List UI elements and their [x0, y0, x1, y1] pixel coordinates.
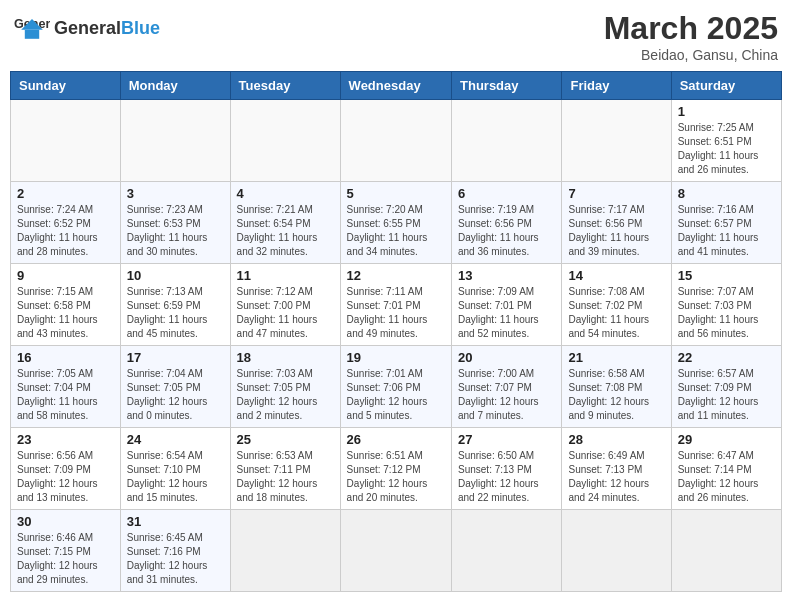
location: Beidao, Gansu, China — [604, 47, 778, 63]
month-title: March 2025 — [604, 10, 778, 47]
day-number: 30 — [17, 514, 114, 529]
calendar: SundayMondayTuesdayWednesdayThursdayFrid… — [10, 71, 782, 592]
calendar-cell — [452, 100, 562, 182]
calendar-cell: 26Sunrise: 6:51 AMSunset: 7:12 PMDayligh… — [340, 428, 451, 510]
calendar-cell — [230, 100, 340, 182]
calendar-cell: 28Sunrise: 6:49 AMSunset: 7:13 PMDayligh… — [562, 428, 671, 510]
day-number: 15 — [678, 268, 775, 283]
day-number: 3 — [127, 186, 224, 201]
calendar-cell — [340, 100, 451, 182]
calendar-cell: 2Sunrise: 7:24 AMSunset: 6:52 PMDaylight… — [11, 182, 121, 264]
calendar-week-row: 2Sunrise: 7:24 AMSunset: 6:52 PMDaylight… — [11, 182, 782, 264]
calendar-cell: 7Sunrise: 7:17 AMSunset: 6:56 PMDaylight… — [562, 182, 671, 264]
header: General GeneralBlue March 2025 Beidao, G… — [10, 10, 782, 63]
day-number: 11 — [237, 268, 334, 283]
day-info: Sunrise: 7:12 AMSunset: 7:00 PMDaylight:… — [237, 285, 334, 341]
day-number: 28 — [568, 432, 664, 447]
calendar-cell: 13Sunrise: 7:09 AMSunset: 7:01 PMDayligh… — [452, 264, 562, 346]
day-info: Sunrise: 7:04 AMSunset: 7:05 PMDaylight:… — [127, 367, 224, 423]
col-header-saturday: Saturday — [671, 72, 781, 100]
day-info: Sunrise: 6:45 AMSunset: 7:16 PMDaylight:… — [127, 531, 224, 587]
day-info: Sunrise: 7:24 AMSunset: 6:52 PMDaylight:… — [17, 203, 114, 259]
day-number: 8 — [678, 186, 775, 201]
day-info: Sunrise: 7:08 AMSunset: 7:02 PMDaylight:… — [568, 285, 664, 341]
day-info: Sunrise: 6:46 AMSunset: 7:15 PMDaylight:… — [17, 531, 114, 587]
calendar-cell: 1Sunrise: 7:25 AMSunset: 6:51 PMDaylight… — [671, 100, 781, 182]
calendar-header-row: SundayMondayTuesdayWednesdayThursdayFrid… — [11, 72, 782, 100]
calendar-week-row: 9Sunrise: 7:15 AMSunset: 6:58 PMDaylight… — [11, 264, 782, 346]
calendar-cell: 10Sunrise: 7:13 AMSunset: 6:59 PMDayligh… — [120, 264, 230, 346]
calendar-cell: 3Sunrise: 7:23 AMSunset: 6:53 PMDaylight… — [120, 182, 230, 264]
day-info: Sunrise: 7:25 AMSunset: 6:51 PMDaylight:… — [678, 121, 775, 177]
day-number: 20 — [458, 350, 555, 365]
calendar-cell — [562, 510, 671, 592]
calendar-cell — [120, 100, 230, 182]
day-number: 29 — [678, 432, 775, 447]
col-header-tuesday: Tuesday — [230, 72, 340, 100]
day-info: Sunrise: 7:13 AMSunset: 6:59 PMDaylight:… — [127, 285, 224, 341]
day-number: 23 — [17, 432, 114, 447]
day-info: Sunrise: 6:51 AMSunset: 7:12 PMDaylight:… — [347, 449, 445, 505]
calendar-cell: 4Sunrise: 7:21 AMSunset: 6:54 PMDaylight… — [230, 182, 340, 264]
day-info: Sunrise: 6:53 AMSunset: 7:11 PMDaylight:… — [237, 449, 334, 505]
day-info: Sunrise: 6:58 AMSunset: 7:08 PMDaylight:… — [568, 367, 664, 423]
col-header-monday: Monday — [120, 72, 230, 100]
day-info: Sunrise: 6:57 AMSunset: 7:09 PMDaylight:… — [678, 367, 775, 423]
day-info: Sunrise: 7:23 AMSunset: 6:53 PMDaylight:… — [127, 203, 224, 259]
day-info: Sunrise: 7:11 AMSunset: 7:01 PMDaylight:… — [347, 285, 445, 341]
calendar-cell — [230, 510, 340, 592]
calendar-cell: 30Sunrise: 6:46 AMSunset: 7:15 PMDayligh… — [11, 510, 121, 592]
day-number: 4 — [237, 186, 334, 201]
day-number: 18 — [237, 350, 334, 365]
col-header-sunday: Sunday — [11, 72, 121, 100]
calendar-cell: 16Sunrise: 7:05 AMSunset: 7:04 PMDayligh… — [11, 346, 121, 428]
day-number: 27 — [458, 432, 555, 447]
calendar-week-row: 1Sunrise: 7:25 AMSunset: 6:51 PMDaylight… — [11, 100, 782, 182]
calendar-cell: 23Sunrise: 6:56 AMSunset: 7:09 PMDayligh… — [11, 428, 121, 510]
day-number: 26 — [347, 432, 445, 447]
calendar-cell: 6Sunrise: 7:19 AMSunset: 6:56 PMDaylight… — [452, 182, 562, 264]
day-info: Sunrise: 7:15 AMSunset: 6:58 PMDaylight:… — [17, 285, 114, 341]
calendar-cell — [452, 510, 562, 592]
day-info: Sunrise: 7:09 AMSunset: 7:01 PMDaylight:… — [458, 285, 555, 341]
col-header-wednesday: Wednesday — [340, 72, 451, 100]
day-info: Sunrise: 6:47 AMSunset: 7:14 PMDaylight:… — [678, 449, 775, 505]
calendar-cell: 24Sunrise: 6:54 AMSunset: 7:10 PMDayligh… — [120, 428, 230, 510]
logo-text: GeneralBlue — [54, 18, 160, 39]
calendar-cell: 11Sunrise: 7:12 AMSunset: 7:00 PMDayligh… — [230, 264, 340, 346]
day-number: 13 — [458, 268, 555, 283]
svg-rect-2 — [25, 30, 39, 39]
day-info: Sunrise: 6:49 AMSunset: 7:13 PMDaylight:… — [568, 449, 664, 505]
day-number: 10 — [127, 268, 224, 283]
day-info: Sunrise: 7:19 AMSunset: 6:56 PMDaylight:… — [458, 203, 555, 259]
day-info: Sunrise: 7:03 AMSunset: 7:05 PMDaylight:… — [237, 367, 334, 423]
calendar-cell: 29Sunrise: 6:47 AMSunset: 7:14 PMDayligh… — [671, 428, 781, 510]
calendar-cell: 5Sunrise: 7:20 AMSunset: 6:55 PMDaylight… — [340, 182, 451, 264]
day-number: 6 — [458, 186, 555, 201]
day-info: Sunrise: 6:50 AMSunset: 7:13 PMDaylight:… — [458, 449, 555, 505]
logo: General GeneralBlue — [14, 10, 160, 46]
calendar-cell: 21Sunrise: 6:58 AMSunset: 7:08 PMDayligh… — [562, 346, 671, 428]
logo-icon: General — [14, 10, 50, 46]
calendar-cell: 27Sunrise: 6:50 AMSunset: 7:13 PMDayligh… — [452, 428, 562, 510]
day-number: 24 — [127, 432, 224, 447]
day-info: Sunrise: 6:54 AMSunset: 7:10 PMDaylight:… — [127, 449, 224, 505]
day-number: 7 — [568, 186, 664, 201]
calendar-cell: 12Sunrise: 7:11 AMSunset: 7:01 PMDayligh… — [340, 264, 451, 346]
calendar-cell: 31Sunrise: 6:45 AMSunset: 7:16 PMDayligh… — [120, 510, 230, 592]
day-info: Sunrise: 7:01 AMSunset: 7:06 PMDaylight:… — [347, 367, 445, 423]
day-number: 5 — [347, 186, 445, 201]
day-info: Sunrise: 7:00 AMSunset: 7:07 PMDaylight:… — [458, 367, 555, 423]
day-number: 9 — [17, 268, 114, 283]
calendar-cell: 19Sunrise: 7:01 AMSunset: 7:06 PMDayligh… — [340, 346, 451, 428]
day-info: Sunrise: 7:05 AMSunset: 7:04 PMDaylight:… — [17, 367, 114, 423]
col-header-friday: Friday — [562, 72, 671, 100]
calendar-cell — [671, 510, 781, 592]
day-number: 21 — [568, 350, 664, 365]
calendar-cell — [340, 510, 451, 592]
title-area: March 2025 Beidao, Gansu, China — [604, 10, 778, 63]
calendar-week-row: 23Sunrise: 6:56 AMSunset: 7:09 PMDayligh… — [11, 428, 782, 510]
calendar-cell: 25Sunrise: 6:53 AMSunset: 7:11 PMDayligh… — [230, 428, 340, 510]
calendar-cell: 9Sunrise: 7:15 AMSunset: 6:58 PMDaylight… — [11, 264, 121, 346]
calendar-week-row: 16Sunrise: 7:05 AMSunset: 7:04 PMDayligh… — [11, 346, 782, 428]
